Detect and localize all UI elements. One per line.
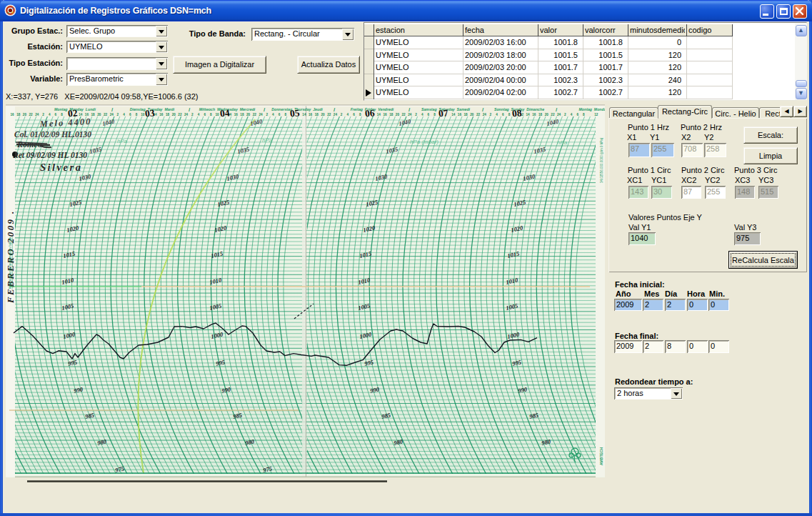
svg-text:16: 16 xyxy=(85,113,89,116)
svg-text:20: 20 xyxy=(470,113,474,116)
svg-text:6: 6 xyxy=(279,113,281,116)
svg-text:20: 20 xyxy=(545,113,549,116)
svg-text:2: 2 xyxy=(564,113,566,116)
svg-text:24: 24 xyxy=(408,113,412,116)
svg-text:2: 2 xyxy=(341,113,343,116)
svg-text:6: 6 xyxy=(55,113,57,116)
svg-text:4: 4 xyxy=(272,113,274,116)
svg-text:20: 20 xyxy=(321,113,325,116)
svg-text:6: 6 xyxy=(204,113,206,116)
svg-text:22: 22 xyxy=(327,113,331,116)
svg-text:8: 8 xyxy=(508,113,511,116)
svg-text:16: 16 xyxy=(234,113,239,116)
svg-text:8: 8 xyxy=(210,113,212,116)
svg-text:8: 8 xyxy=(433,113,436,116)
svg-text:22: 22 xyxy=(253,113,257,116)
svg-text:8: 8 xyxy=(583,113,585,116)
svg-text:4: 4 xyxy=(421,113,423,116)
svg-text:2: 2 xyxy=(191,113,194,116)
svg-text:18: 18 xyxy=(16,113,21,116)
svg-text:18: 18 xyxy=(538,113,543,116)
svg-text:8: 8 xyxy=(359,113,361,116)
svg-text:6: 6 xyxy=(428,113,430,116)
svg-text:8: 8 xyxy=(61,113,63,116)
svg-text:2: 2 xyxy=(117,113,119,116)
svg-text:Montag Monday: Montag Monday xyxy=(579,107,605,111)
svg-text:6: 6 xyxy=(353,113,355,116)
svg-text:16: 16 xyxy=(532,113,536,116)
svg-text:10: 10 xyxy=(216,113,220,116)
svg-text:22: 22 xyxy=(104,113,108,116)
svg-text:4: 4 xyxy=(198,113,200,116)
svg-text:24: 24 xyxy=(334,113,338,116)
svg-text:8: 8 xyxy=(285,113,287,116)
svg-text:Nederlandsche Instrumenten fab: Nederlandsche Instrumenten fabriek xyxy=(9,237,12,289)
svg-text:16: 16 xyxy=(159,113,164,116)
svg-text:18: 18 xyxy=(166,113,170,116)
svg-text:4: 4 xyxy=(496,113,498,116)
svg-text:4: 4 xyxy=(347,113,349,116)
svg-text:4: 4 xyxy=(123,113,125,116)
svg-text:16: 16 xyxy=(458,113,462,116)
svg-text:18: 18 xyxy=(389,113,394,116)
svg-text:12: 12 xyxy=(594,113,598,116)
svg-text:22: 22 xyxy=(551,113,555,116)
svg-text:6: 6 xyxy=(576,113,578,116)
svg-text:24: 24 xyxy=(259,113,263,116)
svg-text:24: 24 xyxy=(483,113,487,116)
svg-text:14: 14 xyxy=(377,113,381,116)
svg-text:24: 24 xyxy=(35,113,39,116)
svg-text:24: 24 xyxy=(184,113,189,116)
svg-text:2: 2 xyxy=(42,113,44,116)
svg-text:16: 16 xyxy=(10,113,14,116)
svg-text:22: 22 xyxy=(29,113,34,116)
svg-text:16: 16 xyxy=(309,113,313,116)
svg-text:2: 2 xyxy=(266,113,268,116)
svg-text:16: 16 xyxy=(383,113,387,116)
svg-text:18: 18 xyxy=(240,113,244,116)
svg-text:4: 4 xyxy=(49,113,51,116)
svg-text:20: 20 xyxy=(172,113,176,116)
svg-text:20: 20 xyxy=(246,113,251,116)
svg-text:10: 10 xyxy=(141,113,145,116)
svg-text:18: 18 xyxy=(91,113,96,116)
svg-text:6: 6 xyxy=(502,113,504,116)
svg-text:20: 20 xyxy=(396,113,400,116)
svg-text:AMBTECH: AMBTECH xyxy=(599,447,603,465)
svg-text:14: 14 xyxy=(451,113,456,116)
svg-text:18: 18 xyxy=(464,113,468,116)
svg-text:22: 22 xyxy=(476,113,481,116)
svg-text:34.02556.000.0000 (plm 9 hPa): 34.02556.000.0000 (plm 9 hPa) xyxy=(600,137,603,183)
svg-text:14: 14 xyxy=(526,113,531,116)
svg-text:20: 20 xyxy=(23,113,27,116)
svg-text:6: 6 xyxy=(129,113,131,116)
svg-text:22: 22 xyxy=(402,113,406,116)
svg-text:18: 18 xyxy=(315,113,319,116)
svg-text:24: 24 xyxy=(557,113,561,116)
svg-text:8: 8 xyxy=(136,113,138,116)
svg-text:20: 20 xyxy=(97,113,101,116)
svg-text:2: 2 xyxy=(490,113,492,116)
svg-text:2: 2 xyxy=(415,113,417,116)
svg-text:14: 14 xyxy=(79,113,83,116)
svg-text:22: 22 xyxy=(178,113,182,116)
svg-text:14: 14 xyxy=(302,113,306,116)
svg-text:24: 24 xyxy=(110,113,114,116)
svg-text:4: 4 xyxy=(571,113,573,116)
